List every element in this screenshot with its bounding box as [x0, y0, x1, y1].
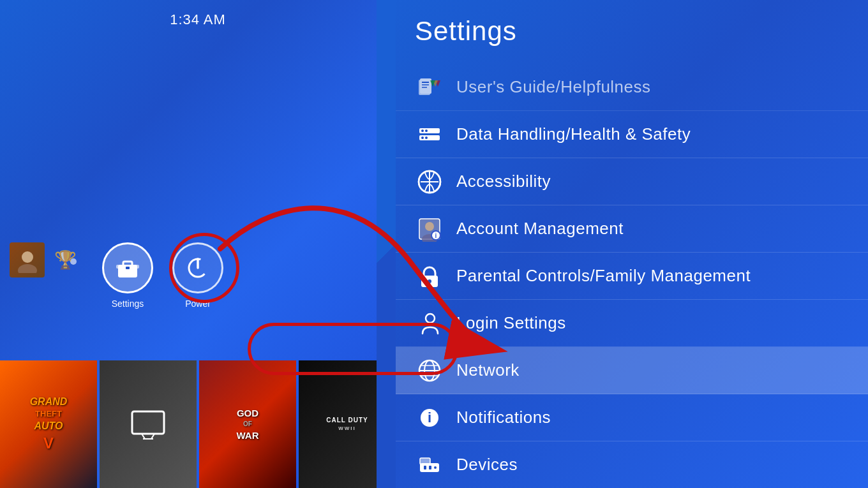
data-handling-label: Data Handling/Health & Safety	[456, 124, 691, 144]
game-thumb-gta[interactable]: GRAND THEFT AUTO V	[0, 360, 97, 488]
account-management-label: Account Management	[456, 219, 624, 239]
network-icon	[415, 356, 444, 385]
svg-point-23	[425, 129, 428, 132]
accessibility-icon	[415, 167, 444, 196]
svg-text:i: i	[435, 232, 437, 239]
power-icon	[186, 256, 209, 279]
parental-controls-label: Parental Controls/Family Management	[456, 266, 751, 286]
game-thumb-tv[interactable]	[100, 360, 197, 488]
svg-rect-52	[420, 458, 430, 464]
settings-icon-circle	[102, 242, 153, 293]
settings-title: Settings	[415, 16, 517, 47]
user-area: 🏆	[10, 242, 77, 277]
settings-item-data-handling[interactable]: Data Handling/Health & Safety	[383, 111, 868, 158]
time-display: 1:34 AM	[170, 11, 226, 28]
svg-rect-8	[132, 411, 164, 434]
svg-point-25	[425, 137, 428, 139]
settings-item-login-settings[interactable]: Login Settings	[383, 300, 868, 347]
svg-point-6	[22, 251, 33, 263]
quick-menu: Settings Power	[102, 242, 223, 309]
data-handling-icon	[415, 120, 444, 149]
svg-point-40	[426, 314, 435, 323]
trophy-icon: 🏆	[54, 249, 77, 270]
accessibility-label: Accessibility	[456, 172, 551, 191]
settings-item-network[interactable]: Network	[383, 347, 868, 394]
game-thumb-gow[interactable]: GOD OF WAR	[199, 360, 296, 488]
user-guide-label: User's Guide/Helpfulness	[456, 77, 651, 97]
notifications-icon: i	[415, 403, 444, 432]
svg-point-51	[434, 466, 437, 469]
svg-point-38	[428, 279, 431, 283]
network-label: Network	[456, 360, 520, 380]
svg-text:i: i	[427, 410, 431, 425]
settings-item-parental-controls[interactable]: Parental Controls/Family Management	[383, 253, 868, 300]
svg-point-24	[421, 137, 424, 139]
parental-controls-icon	[415, 262, 444, 290]
power-quick-icon[interactable]: Power	[172, 242, 223, 309]
settings-item-accessibility[interactable]: Accessibility	[383, 158, 868, 205]
notifications-label: Notifications	[456, 408, 551, 427]
devices-label: Devices	[456, 455, 518, 475]
power-label: Power	[185, 299, 211, 309]
tv-icon	[129, 408, 167, 440]
settings-item-devices[interactable]: Devices	[383, 441, 868, 488]
svg-rect-50	[429, 466, 431, 470]
settings-item-account-management[interactable]: i Account Management	[383, 205, 868, 253]
game-thumbnails-row: GRAND THEFT AUTO V GOD	[0, 360, 396, 488]
account-management-icon: i	[415, 214, 444, 243]
svg-rect-13	[420, 78, 431, 94]
login-settings-icon	[415, 309, 444, 337]
game-thumb-cod[interactable]: CALL DUTY WWII	[299, 360, 396, 488]
settings-item-user-guide[interactable]: User's Guide/Helpfulness	[383, 64, 868, 111]
settings-item-notifications[interactable]: i Notifications	[383, 394, 868, 441]
settings-quick-icon[interactable]: Settings	[102, 242, 153, 309]
login-settings-label: Login Settings	[456, 313, 566, 333]
settings-label: Settings	[112, 299, 144, 309]
svg-rect-3	[126, 267, 130, 269]
svg-point-32	[425, 222, 434, 231]
settings-panel: Settings User's Guide/Helpfulness	[383, 0, 868, 488]
settings-menu: User's Guide/Helpfulness Data Handling/H…	[383, 64, 868, 488]
devices-icon	[415, 450, 444, 479]
avatar-icon	[15, 248, 40, 273]
svg-point-22	[421, 129, 424, 132]
toolbox-icon	[116, 257, 140, 279]
svg-rect-49	[424, 466, 426, 470]
user-avatar	[10, 242, 45, 277]
ps4-home-panel: 1:34 AM Settings Pow	[0, 0, 396, 488]
svg-point-7	[18, 264, 37, 273]
user-guide-icon	[415, 73, 444, 101]
power-icon-circle	[172, 242, 223, 293]
